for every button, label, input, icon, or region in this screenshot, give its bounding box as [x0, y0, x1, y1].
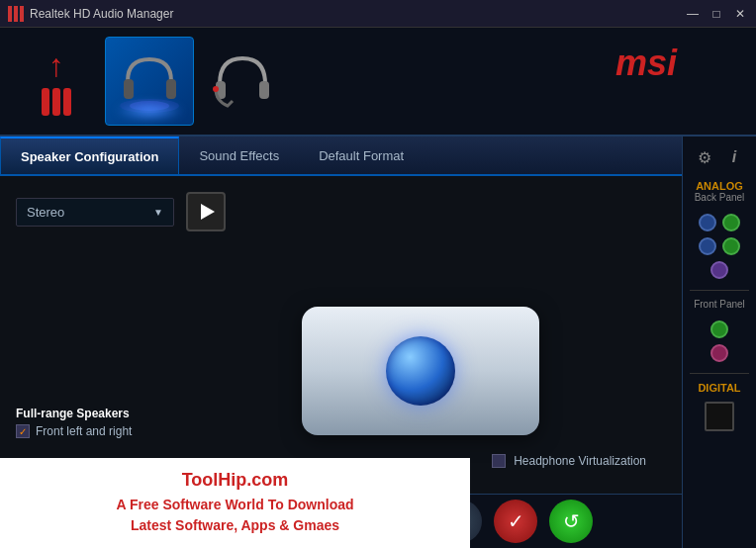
speaker-platform — [282, 257, 559, 455]
play-button[interactable] — [186, 192, 226, 231]
svg-rect-1 — [14, 6, 18, 22]
headphone-device-icon[interactable] — [105, 37, 194, 126]
device-bar: ↑ — [0, 28, 756, 137]
front-panel-jacks-row2 — [710, 344, 728, 362]
window-controls: — □ ✕ — [685, 7, 748, 21]
analog-label: ANALOG — [696, 180, 743, 192]
svg-rect-8 — [259, 81, 269, 99]
speaker-platform-area: Headphone Virtualization — [174, 247, 666, 478]
minimize-button[interactable]: — — [685, 7, 701, 21]
tab-default-format[interactable]: Default Format — [299, 137, 424, 174]
svg-rect-4 — [166, 79, 176, 99]
checkmark-icon: ✓ — [19, 426, 27, 437]
svg-rect-3 — [124, 79, 134, 99]
promo-line2: Latest Software, Apps & Gmaes — [20, 515, 450, 536]
cables-device-icon[interactable]: ↑ — [12, 37, 101, 126]
svg-point-9 — [213, 86, 219, 92]
jack-blue-2[interactable] — [699, 237, 716, 255]
jack-blue-1[interactable] — [699, 214, 716, 231]
maximize-button[interactable]: □ — [709, 7, 724, 21]
back-panel-jacks-row3 — [710, 261, 728, 279]
full-range-label: Front left and right — [36, 424, 132, 438]
jack-purple[interactable] — [710, 261, 728, 279]
cables-visual: ↑ — [42, 47, 71, 116]
left-labels: Full-range Speakers ✓ Front left and rig… — [16, 247, 174, 478]
blue-sphere — [386, 336, 455, 406]
jack-green-1[interactable] — [722, 214, 740, 231]
right-panel: ⚙ i ANALOG Back Panel Front Panel — [682, 137, 756, 548]
btn-arrow[interactable]: ↺ — [549, 500, 593, 543]
digital-label: DIGITAL — [698, 382, 740, 394]
btn-arrow-icon: ↺ — [563, 509, 580, 533]
digital-port[interactable] — [705, 402, 734, 431]
full-range-title: Full-range Speakers — [16, 407, 174, 420]
info-button[interactable]: i — [723, 146, 745, 168]
headphone-visual — [110, 42, 189, 121]
up-arrow-icon: ↑ — [48, 47, 64, 84]
tab-sound-effects[interactable]: Sound Effects — [179, 137, 299, 174]
msi-text: msi — [615, 43, 677, 83]
info-icon: i — [732, 148, 736, 166]
app-icon — [8, 6, 24, 22]
promo-line1: A Free Software World To Download — [20, 495, 450, 515]
front-panel-label: Front Panel — [694, 299, 745, 310]
svg-rect-2 — [20, 6, 24, 22]
divider — [690, 290, 749, 291]
close-button[interactable]: ✕ — [732, 7, 748, 21]
back-panel-jacks-row2 — [699, 237, 740, 255]
play-triangle-icon — [201, 204, 215, 220]
cable-plugs — [42, 88, 71, 116]
window-title: Realtek HD Audio Manager — [30, 7, 685, 21]
tabs-bar: Speaker Configuration Sound Effects Defa… — [0, 137, 682, 176]
headphone-virt-label: Headphone Virtualization — [514, 454, 646, 468]
svg-rect-0 — [8, 6, 12, 22]
dropdown-arrow-icon: ▼ — [153, 207, 163, 218]
second-headphone-icon[interactable] — [198, 37, 287, 126]
btn-check[interactable]: ✓ — [494, 500, 537, 543]
btn-check-icon: ✓ — [508, 509, 524, 533]
speaker-type-dropdown[interactable]: Stereo ▼ — [16, 198, 174, 227]
dropdown-value: Stereo — [27, 205, 145, 220]
gear-icon: ⚙ — [698, 148, 711, 167]
visualization-area: Full-range Speakers ✓ Front left and rig… — [16, 247, 666, 478]
full-range-section: Full-range Speakers ✓ Front left and rig… — [16, 407, 174, 438]
full-range-checkbox[interactable]: ✓ — [16, 424, 30, 438]
headphone-glow — [115, 101, 184, 121]
promo-banner: ToolHip.com A Free Software World To Dow… — [0, 458, 470, 548]
promo-site: ToolHip.com — [20, 470, 450, 491]
divider2 — [690, 373, 749, 374]
full-range-item: ✓ Front left and right — [16, 424, 174, 438]
tab-speaker-config[interactable]: Speaker Configuration — [0, 137, 179, 174]
panel-content: Stereo ▼ Full-range Speakers — [0, 176, 682, 494]
jack-green-2[interactable] — [722, 237, 740, 255]
back-panel-jacks-row1 — [699, 214, 740, 231]
settings-button[interactable]: ⚙ — [694, 146, 715, 168]
front-panel-jacks-row1 — [710, 320, 728, 338]
titlebar: Realtek HD Audio Manager — □ ✕ — [0, 0, 756, 28]
headphone-virt-checkbox[interactable] — [492, 454, 506, 468]
jack-front-green[interactable] — [710, 320, 728, 338]
panel-top-icons: ⚙ i — [694, 146, 745, 168]
back-panel-label: Back Panel — [695, 192, 745, 203]
jack-front-pink[interactable] — [710, 344, 728, 362]
headphone-virtualization: Headphone Virtualization — [492, 454, 646, 468]
msi-logo: msi — [615, 43, 677, 84]
controls-row: Stereo ▼ — [16, 192, 666, 231]
